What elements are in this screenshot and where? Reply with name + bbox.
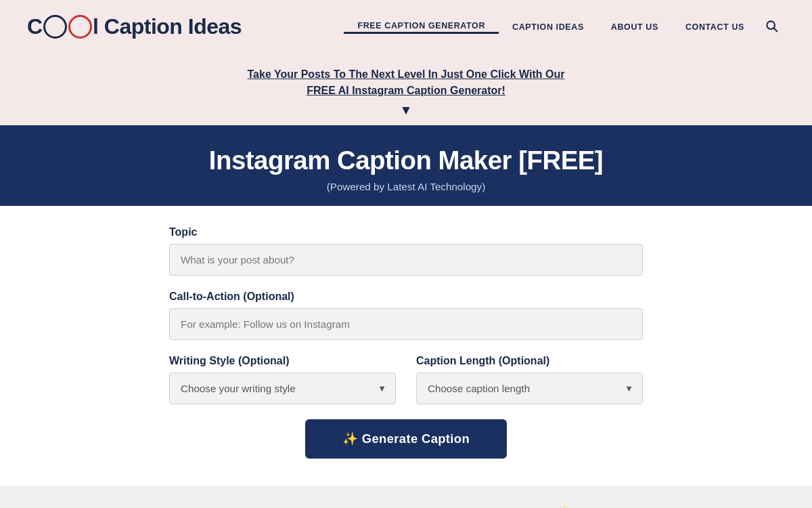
nav-links: FREE CAPTION GENERATOR CAPTION IDEAS ABO… — [344, 19, 785, 36]
search-icon-button[interactable] — [758, 19, 785, 36]
generate-caption-button[interactable]: ✨ Generate Caption — [305, 419, 507, 459]
promo-banner: Take Your Posts To The Next Level In Jus… — [0, 54, 812, 125]
logo[interactable]: Cl Caption Ideas — [27, 14, 242, 40]
promo-link[interactable]: Take Your Posts To The Next Level In Jus… — [248, 68, 565, 96]
caption-length-label: Caption Length (Optional) — [416, 355, 643, 367]
navbar: Cl Caption Ideas FREE CAPTION GENERATOR … — [0, 0, 812, 54]
cta-input[interactable] — [169, 308, 643, 340]
writing-style-select[interactable]: Choose your writing style Funny Inspirat… — [169, 373, 396, 404]
topic-label: Topic — [169, 226, 643, 238]
hero-section: Instagram Caption Maker [FREE] (Powered … — [0, 125, 812, 206]
writing-style-label: Writing Style (Optional) — [169, 355, 396, 367]
hero-title: Instagram Caption Maker [FREE] — [14, 146, 798, 175]
topic-group: Topic — [169, 226, 643, 276]
hero-subtitle: (Powered by Latest AI Technology) — [14, 181, 798, 192]
writing-style-wrapper: Choose your writing style Funny Inspirat… — [169, 373, 396, 404]
caption-length-select[interactable]: Choose caption length Short Medium Long — [416, 373, 643, 404]
style-length-row: Writing Style (Optional) Choose your wri… — [169, 355, 643, 404]
nav-free-caption-generator[interactable]: FREE CAPTION GENERATOR — [344, 21, 499, 34]
svg-line-1 — [774, 28, 777, 31]
nav-caption-ideas[interactable]: CAPTION IDEAS — [499, 22, 597, 32]
nav-about-us[interactable]: ABOUT US — [597, 22, 672, 32]
cta-label: Call-to-Action (Optional) — [169, 291, 643, 303]
caption-length-wrapper: Choose caption length Short Medium Long … — [416, 373, 643, 404]
cta-group: Call-to-Action (Optional) — [169, 291, 643, 340]
arrow-down-icon: ▼ — [14, 103, 798, 118]
generate-button-wrapper: ✨ Generate Caption — [169, 419, 643, 459]
review-section: Enjoying our free tool? Your review woul… — [0, 486, 812, 508]
search-icon — [765, 19, 778, 33]
nav-contact-us[interactable]: CONTACT US — [672, 22, 758, 32]
form-section: Topic Call-to-Action (Optional) Writing … — [0, 206, 812, 486]
writing-style-col: Writing Style (Optional) Choose your wri… — [169, 355, 396, 404]
topic-input[interactable] — [169, 244, 643, 276]
caption-length-col: Caption Length (Optional) Choose caption… — [416, 355, 643, 404]
